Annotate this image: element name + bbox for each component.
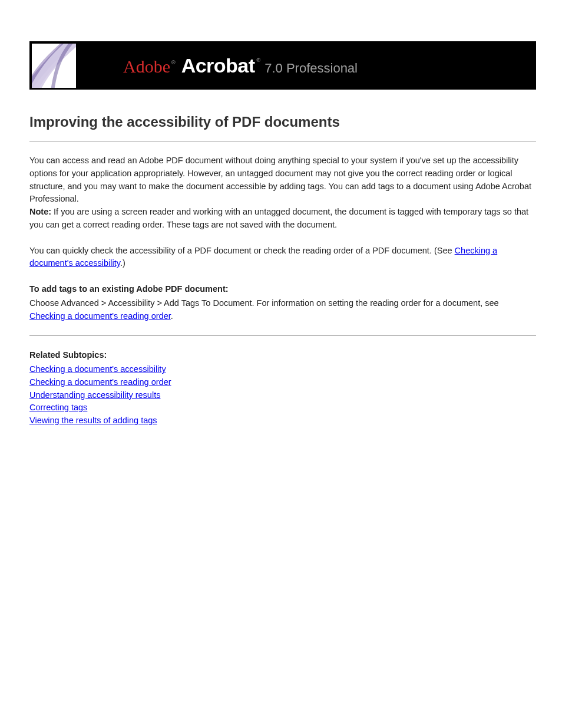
paragraph-1: You can access and read an Adobe PDF doc… [29, 154, 536, 232]
step-intro: Choose Advanced > Accessibility > Add Ta… [29, 298, 499, 308]
reg-mark-2: ® [257, 57, 261, 63]
reg-mark-1: ® [171, 60, 176, 65]
note-text: If you are using a screen reader and wor… [29, 207, 528, 229]
product-banner: Adobe ® Acrobat ® 7.0 Professional [29, 41, 536, 90]
page-title: Improving the accessibility of PDF docum… [29, 114, 536, 130]
brand-acrobat: Acrobat [181, 54, 255, 77]
product-version: 7.0 Professional [265, 61, 358, 76]
subtopic-link[interactable]: Viewing the results of adding tags [29, 416, 157, 425]
divider-top [29, 141, 536, 141]
banner-text-group: Adobe ® Acrobat ® 7.0 Professional [123, 54, 358, 77]
subtopic-link[interactable]: Checking a document's accessibility [29, 364, 166, 374]
note-label: Note: [29, 207, 54, 216]
p2-after: .) [120, 258, 125, 268]
divider-bottom [29, 335, 536, 336]
to-add-tags-body: Choose Advanced > Accessibility > Add Ta… [29, 297, 536, 323]
paragraph-2: You can quickly check the accessibility … [29, 245, 536, 271]
to-add-tags-heading: To add tags to an existing Adobe PDF doc… [29, 283, 536, 296]
related-subtopics-heading: Related Subtopics: [29, 349, 536, 362]
subtopic-link[interactable]: Understanding accessibility results [29, 390, 160, 400]
product-icon [32, 44, 76, 88]
body-text: You can access and read an Adobe PDF doc… [29, 154, 536, 427]
content-area: Improving the accessibility of PDF docum… [29, 114, 536, 427]
link-check-reading-order-inline[interactable]: Checking a document's reading order [29, 311, 171, 321]
step-after: . [171, 311, 173, 321]
p1-main: You can access and read an Adobe PDF doc… [29, 156, 531, 203]
p2-intro: You can quickly check the accessibility … [29, 246, 455, 255]
subtopic-link[interactable]: Correcting tags [29, 403, 87, 412]
subtopic-link[interactable]: Checking a document's reading order [29, 377, 171, 387]
brand-adobe: Adobe [123, 57, 170, 77]
subtopics-list: Checking a document's accessibility Chec… [29, 363, 536, 427]
